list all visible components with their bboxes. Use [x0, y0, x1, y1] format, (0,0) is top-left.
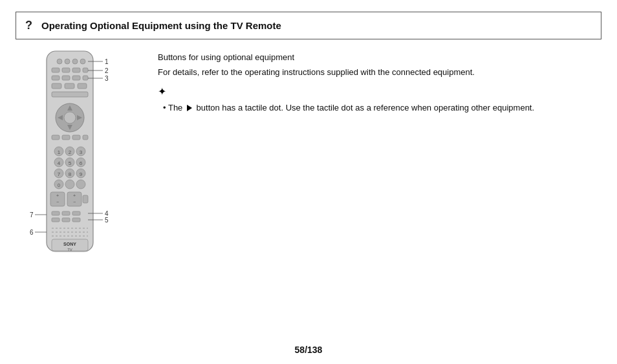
svg-point-3: [72, 59, 78, 64]
svg-rect-59: [52, 218, 60, 222]
svg-text:+: +: [56, 193, 59, 198]
svg-rect-58: [72, 211, 80, 215]
bullet-text-before: The: [168, 103, 182, 112]
svg-rect-15: [78, 83, 87, 89]
svg-rect-55: [83, 195, 88, 203]
svg-text:7: 7: [30, 211, 34, 219]
svg-rect-26: [83, 135, 88, 140]
header-title: Operating Optional Equipment using the T…: [41, 20, 281, 31]
svg-text:1: 1: [58, 149, 61, 155]
svg-rect-14: [65, 83, 74, 89]
svg-text:+: +: [73, 193, 76, 198]
svg-rect-16: [52, 92, 88, 97]
svg-rect-57: [62, 211, 70, 215]
svg-point-2: [65, 59, 70, 64]
svg-text:2: 2: [69, 149, 72, 155]
header-box: ? Operating Optional Equipment using the…: [16, 12, 601, 39]
svg-text:5: 5: [69, 160, 72, 166]
svg-rect-13: [52, 83, 61, 89]
content-area: 1 2 3 4 5 6 7 8 9 0: [16, 50, 601, 339]
remote-illustration: 1 2 3 4 5 6 7 8 9 0: [28, 50, 132, 272]
svg-text:4: 4: [58, 160, 61, 166]
bullet-text-after: button has a tactile dot. Use the tactil…: [197, 103, 535, 112]
svg-point-1: [57, 59, 62, 64]
svg-text:3: 3: [105, 75, 109, 82]
svg-text:0: 0: [58, 183, 60, 187]
svg-point-48: [76, 180, 85, 189]
svg-point-4: [80, 59, 85, 64]
svg-rect-5: [52, 68, 60, 72]
svg-rect-60: [62, 218, 70, 222]
svg-rect-61: [72, 218, 80, 222]
section-title: Buttons for using optional equipment: [158, 52, 589, 62]
text-content: Buttons for using optional equipment For…: [158, 50, 589, 114]
svg-text:−: −: [56, 200, 59, 204]
svg-rect-8: [83, 68, 88, 72]
svg-text:5: 5: [105, 217, 109, 224]
svg-rect-12: [83, 76, 88, 80]
question-mark-icon: ?: [25, 19, 32, 32]
play-button-icon: [187, 105, 192, 111]
svg-text:8: 8: [69, 171, 72, 177]
svg-text:1: 1: [105, 58, 109, 65]
svg-rect-11: [72, 76, 80, 80]
description: For details, refer to the operating inst…: [158, 66, 589, 79]
svg-rect-9: [52, 76, 60, 80]
svg-rect-10: [62, 76, 70, 80]
svg-point-47: [65, 180, 74, 189]
svg-text:3: 3: [80, 149, 83, 155]
remote-svg: 1 2 3 4 5 6 7 8 9 0: [28, 50, 129, 270]
svg-rect-25: [72, 135, 80, 140]
svg-rect-24: [62, 135, 70, 140]
lightbulb-icon: ✦: [158, 85, 589, 98]
bullet-item: The button has a tactile dot. Use the ta…: [163, 102, 589, 114]
svg-point-18: [64, 112, 76, 123]
svg-text:2: 2: [105, 67, 109, 74]
svg-rect-23: [52, 135, 60, 140]
svg-text:9: 9: [80, 171, 83, 177]
page-container: ? Operating Optional Equipment using the…: [0, 0, 617, 364]
svg-rect-56: [52, 211, 60, 215]
svg-text:7: 7: [58, 171, 61, 177]
page-number: 58/138: [295, 345, 323, 355]
svg-text:6: 6: [80, 160, 83, 166]
svg-rect-7: [72, 68, 80, 72]
svg-text:SONY: SONY: [63, 242, 76, 246]
svg-text:6: 6: [30, 229, 34, 236]
svg-text:−: −: [73, 200, 76, 204]
svg-text:TV: TV: [67, 248, 72, 252]
page-footer: 58/138: [16, 339, 601, 358]
svg-rect-6: [62, 68, 70, 72]
